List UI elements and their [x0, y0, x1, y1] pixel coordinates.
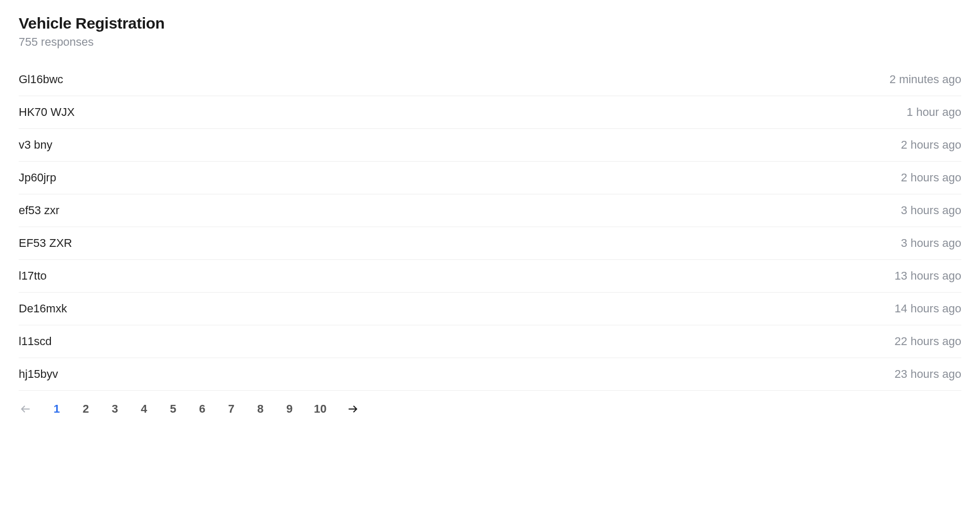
page-8[interactable]: 8: [256, 402, 265, 416]
response-time: 2 minutes ago: [890, 73, 961, 86]
response-time: 23 hours ago: [895, 367, 961, 381]
page-6[interactable]: 6: [197, 402, 207, 416]
response-time: 1 hour ago: [907, 106, 961, 119]
response-time: 22 hours ago: [895, 335, 961, 348]
response-row[interactable]: ef53 zxr3 hours ago: [19, 194, 961, 227]
response-time: 2 hours ago: [901, 138, 961, 152]
response-list: Gl16bwc2 minutes agoHK70 WJX1 hour agov3…: [19, 63, 961, 391]
page-title: Vehicle Registration: [19, 15, 961, 32]
header: Vehicle Registration 755 responses: [19, 15, 961, 49]
prev-page-button[interactable]: [19, 402, 32, 416]
response-row[interactable]: Jp60jrp2 hours ago: [19, 162, 961, 194]
response-time: 3 hours ago: [901, 204, 961, 217]
page-10[interactable]: 10: [314, 402, 326, 416]
response-value: hj15byv: [19, 367, 58, 381]
response-row[interactable]: l11scd22 hours ago: [19, 325, 961, 358]
response-value: l11scd: [19, 335, 52, 348]
response-value: Gl16bwc: [19, 73, 63, 86]
response-row[interactable]: HK70 WJX1 hour ago: [19, 96, 961, 129]
response-row[interactable]: De16mxk14 hours ago: [19, 293, 961, 325]
response-row[interactable]: v3 bny2 hours ago: [19, 129, 961, 162]
response-time: 3 hours ago: [901, 236, 961, 250]
response-row[interactable]: EF53 ZXR3 hours ago: [19, 227, 961, 260]
next-page-button[interactable]: [346, 402, 360, 416]
response-time: 2 hours ago: [901, 171, 961, 185]
page-2[interactable]: 2: [81, 402, 90, 416]
response-time: 14 hours ago: [895, 302, 961, 315]
pagination: 12345678910: [19, 391, 961, 416]
page-7[interactable]: 7: [227, 402, 236, 416]
page-1[interactable]: 1: [52, 402, 61, 416]
response-row[interactable]: Gl16bwc2 minutes ago: [19, 63, 961, 96]
response-value: EF53 ZXR: [19, 236, 72, 250]
arrow-right-icon: [347, 403, 359, 415]
response-value: v3 bny: [19, 138, 52, 152]
response-row[interactable]: l17tto13 hours ago: [19, 260, 961, 293]
page-4[interactable]: 4: [139, 402, 149, 416]
response-value: l17tto: [19, 269, 47, 283]
response-value: ef53 zxr: [19, 204, 59, 217]
page-9[interactable]: 9: [285, 402, 294, 416]
arrow-left-icon: [20, 403, 31, 415]
response-time: 13 hours ago: [895, 269, 961, 283]
response-count: 755 responses: [19, 35, 961, 49]
response-value: De16mxk: [19, 302, 67, 315]
response-value: HK70 WJX: [19, 106, 75, 119]
response-value: Jp60jrp: [19, 171, 56, 185]
page-3[interactable]: 3: [110, 402, 120, 416]
response-row[interactable]: hj15byv23 hours ago: [19, 358, 961, 391]
page-5[interactable]: 5: [168, 402, 178, 416]
